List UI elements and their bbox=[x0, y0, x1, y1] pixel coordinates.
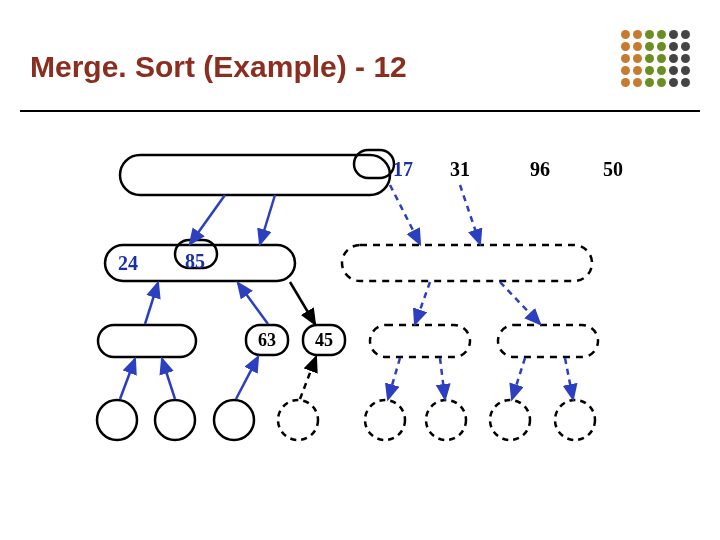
leaf-2 bbox=[155, 400, 195, 440]
arrow-L2r-L3e bbox=[500, 282, 540, 324]
arrow-top-L2d bbox=[460, 185, 480, 244]
arrow-top-L2c bbox=[390, 185, 420, 244]
value-45: 45 bbox=[315, 330, 333, 350]
arrow-leaf2 bbox=[162, 359, 175, 399]
leaf-1 bbox=[97, 400, 137, 440]
arrow-leaf4 bbox=[300, 357, 316, 399]
value-85: 85 bbox=[185, 250, 205, 272]
arrow-L3-L2b bbox=[238, 283, 268, 324]
leaf-4 bbox=[278, 400, 318, 440]
arrow-leaf8 bbox=[565, 358, 573, 399]
arrow-L3-L2a bbox=[145, 283, 158, 324]
arrow-L2r-L3d bbox=[415, 282, 430, 324]
arrow-top-L2b bbox=[260, 195, 275, 244]
node-top bbox=[120, 155, 390, 195]
arrow-leaf7 bbox=[512, 358, 525, 399]
arrow-leaf1 bbox=[120, 359, 135, 399]
leaf-3 bbox=[214, 400, 254, 440]
value-96: 96 bbox=[530, 158, 550, 180]
arrow-leaf6 bbox=[440, 358, 445, 399]
value-17: 17 bbox=[393, 158, 413, 180]
merge-sort-tree: 17 31 96 50 24 85 63 45 bbox=[0, 0, 720, 540]
value-24: 24 bbox=[118, 252, 138, 274]
leaf-6 bbox=[426, 400, 466, 440]
arrow-top-L2a bbox=[190, 195, 225, 244]
node-L3-4 bbox=[370, 325, 470, 357]
node-L3-1 bbox=[98, 325, 196, 357]
value-63: 63 bbox=[258, 330, 276, 350]
arrow-leaf5 bbox=[388, 358, 400, 399]
value-31: 31 bbox=[450, 158, 470, 180]
leaf-7 bbox=[490, 400, 530, 440]
arrow-leaf3 bbox=[236, 357, 258, 399]
arrow-L2-L3c bbox=[290, 282, 315, 324]
leaf-5 bbox=[365, 400, 405, 440]
value-50: 50 bbox=[603, 158, 623, 180]
leaf-8 bbox=[555, 400, 595, 440]
node-L2-right bbox=[342, 245, 592, 281]
node-L3-5 bbox=[498, 325, 598, 357]
